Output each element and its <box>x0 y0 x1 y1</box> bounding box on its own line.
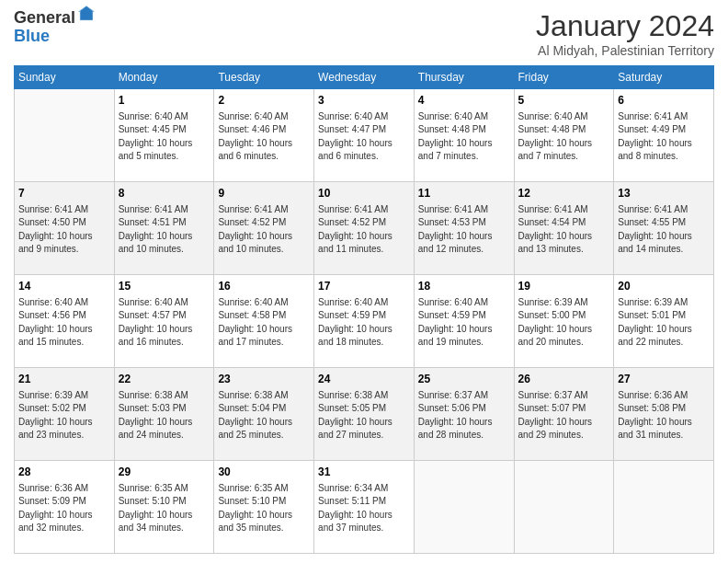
calendar-cell: 2Sunrise: 6:40 AMSunset: 4:46 PMDaylight… <box>214 89 314 182</box>
weekday-thursday: Thursday <box>414 66 514 89</box>
day-number: 12 <box>518 186 610 201</box>
day-number: 24 <box>318 372 410 387</box>
calendar-cell: 16Sunrise: 6:40 AMSunset: 4:58 PMDayligh… <box>214 275 314 368</box>
day-number: 26 <box>518 372 610 387</box>
logo-general: General <box>14 9 75 28</box>
day-info: Sunrise: 6:41 AMSunset: 4:49 PMDaylight:… <box>618 110 710 164</box>
day-number: 8 <box>119 186 210 201</box>
day-number: 28 <box>18 465 110 480</box>
day-info: Sunrise: 6:35 AMSunset: 5:10 PMDaylight:… <box>218 482 310 535</box>
day-number: 14 <box>18 279 110 294</box>
day-info: Sunrise: 6:40 AMSunset: 4:45 PMDaylight:… <box>119 110 210 164</box>
day-number: 23 <box>218 372 310 387</box>
day-info: Sunrise: 6:34 AMSunset: 5:11 PMDaylight:… <box>318 482 410 535</box>
day-info: Sunrise: 6:35 AMSunset: 5:10 PMDaylight:… <box>119 482 210 535</box>
calendar-body: 1Sunrise: 6:40 AMSunset: 4:45 PMDaylight… <box>15 89 714 554</box>
day-number: 22 <box>119 372 210 387</box>
calendar-cell: 26Sunrise: 6:37 AMSunset: 5:07 PMDayligh… <box>514 368 614 461</box>
day-number: 15 <box>119 279 210 294</box>
title-area: January 2024 Al Midyah, Palestinian Terr… <box>536 9 714 58</box>
weekday-saturday: Saturday <box>614 66 714 89</box>
day-info: Sunrise: 6:39 AMSunset: 5:00 PMDaylight:… <box>518 296 610 350</box>
day-info: Sunrise: 6:40 AMSunset: 4:59 PMDaylight:… <box>318 296 410 350</box>
weekday-wednesday: Wednesday <box>314 66 415 89</box>
calendar-week-row: 21Sunrise: 6:39 AMSunset: 5:02 PMDayligh… <box>15 368 714 461</box>
calendar-cell: 9Sunrise: 6:41 AMSunset: 4:52 PMDaylight… <box>214 182 314 275</box>
calendar-cell: 12Sunrise: 6:41 AMSunset: 4:54 PMDayligh… <box>514 182 614 275</box>
day-number: 1 <box>119 93 210 109</box>
day-number: 18 <box>418 279 510 294</box>
day-info: Sunrise: 6:41 AMSunset: 4:51 PMDaylight:… <box>119 203 210 257</box>
calendar-cell: 14Sunrise: 6:40 AMSunset: 4:56 PMDayligh… <box>15 275 115 368</box>
day-number: 3 <box>318 93 410 109</box>
day-info: Sunrise: 6:41 AMSunset: 4:55 PMDaylight:… <box>618 203 710 257</box>
calendar-cell: 7Sunrise: 6:41 AMSunset: 4:50 PMDaylight… <box>15 182 115 275</box>
day-info: Sunrise: 6:38 AMSunset: 5:03 PMDaylight:… <box>119 389 210 442</box>
weekday-header-row: Sunday Monday Tuesday Wednesday Thursday… <box>15 66 714 89</box>
weekday-friday: Friday <box>514 66 614 89</box>
logo-blue: Blue <box>14 28 75 46</box>
day-info: Sunrise: 6:41 AMSunset: 4:53 PMDaylight:… <box>418 203 510 257</box>
day-number: 7 <box>18 186 110 201</box>
calendar-week-row: 14Sunrise: 6:40 AMSunset: 4:56 PMDayligh… <box>15 275 714 368</box>
calendar-cell: 27Sunrise: 6:36 AMSunset: 5:08 PMDayligh… <box>614 368 714 461</box>
calendar-cell: 20Sunrise: 6:39 AMSunset: 5:01 PMDayligh… <box>614 275 714 368</box>
day-info: Sunrise: 6:41 AMSunset: 4:54 PMDaylight:… <box>518 203 610 257</box>
calendar-cell: 5Sunrise: 6:40 AMSunset: 4:48 PMDaylight… <box>514 89 614 182</box>
calendar-week-row: 1Sunrise: 6:40 AMSunset: 4:45 PMDaylight… <box>15 89 714 182</box>
calendar-cell: 24Sunrise: 6:38 AMSunset: 5:05 PMDayligh… <box>314 368 415 461</box>
day-number: 21 <box>18 372 110 387</box>
day-info: Sunrise: 6:40 AMSunset: 4:59 PMDaylight:… <box>418 296 510 350</box>
weekday-tuesday: Tuesday <box>214 66 314 89</box>
calendar-title: January 2024 <box>536 9 714 43</box>
calendar-table: Sunday Monday Tuesday Wednesday Thursday… <box>14 65 714 554</box>
day-number: 4 <box>418 93 510 109</box>
day-number: 20 <box>618 279 710 294</box>
day-info: Sunrise: 6:40 AMSunset: 4:48 PMDaylight:… <box>418 110 510 164</box>
day-number: 2 <box>218 93 310 109</box>
day-number: 6 <box>618 93 710 109</box>
calendar-cell: 28Sunrise: 6:36 AMSunset: 5:09 PMDayligh… <box>15 461 115 554</box>
calendar-cell: 10Sunrise: 6:41 AMSunset: 4:52 PMDayligh… <box>314 182 415 275</box>
day-info: Sunrise: 6:40 AMSunset: 4:57 PMDaylight:… <box>119 296 210 350</box>
calendar-cell: 13Sunrise: 6:41 AMSunset: 4:55 PMDayligh… <box>614 182 714 275</box>
day-info: Sunrise: 6:37 AMSunset: 5:06 PMDaylight:… <box>418 389 510 442</box>
day-info: Sunrise: 6:38 AMSunset: 5:05 PMDaylight:… <box>318 389 410 442</box>
page: General Blue January 2024 Al Midyah, Pal… <box>0 0 728 563</box>
day-number: 11 <box>418 186 510 201</box>
calendar-cell: 22Sunrise: 6:38 AMSunset: 5:03 PMDayligh… <box>114 368 214 461</box>
calendar-week-row: 7Sunrise: 6:41 AMSunset: 4:50 PMDaylight… <box>15 182 714 275</box>
calendar-cell <box>15 89 115 182</box>
calendar-cell <box>514 461 614 554</box>
header: General Blue January 2024 Al Midyah, Pal… <box>14 9 714 58</box>
calendar-cell: 30Sunrise: 6:35 AMSunset: 5:10 PMDayligh… <box>214 461 314 554</box>
day-info: Sunrise: 6:40 AMSunset: 4:56 PMDaylight:… <box>18 296 110 350</box>
day-number: 16 <box>218 279 310 294</box>
calendar-cell: 11Sunrise: 6:41 AMSunset: 4:53 PMDayligh… <box>414 182 514 275</box>
calendar-cell <box>614 461 714 554</box>
calendar-cell: 6Sunrise: 6:41 AMSunset: 4:49 PMDaylight… <box>614 89 714 182</box>
day-info: Sunrise: 6:40 AMSunset: 4:47 PMDaylight:… <box>318 110 410 164</box>
day-number: 31 <box>318 465 410 480</box>
calendar-cell: 15Sunrise: 6:40 AMSunset: 4:57 PMDayligh… <box>114 275 214 368</box>
calendar-cell: 17Sunrise: 6:40 AMSunset: 4:59 PMDayligh… <box>314 275 415 368</box>
day-number: 30 <box>218 465 310 480</box>
calendar-cell: 18Sunrise: 6:40 AMSunset: 4:59 PMDayligh… <box>414 275 514 368</box>
calendar-cell: 23Sunrise: 6:38 AMSunset: 5:04 PMDayligh… <box>214 368 314 461</box>
calendar-cell: 3Sunrise: 6:40 AMSunset: 4:47 PMDaylight… <box>314 89 415 182</box>
calendar-cell: 31Sunrise: 6:34 AMSunset: 5:11 PMDayligh… <box>314 461 415 554</box>
day-number: 29 <box>119 465 210 480</box>
logo-text: General Blue <box>14 9 75 46</box>
calendar-cell: 4Sunrise: 6:40 AMSunset: 4:48 PMDaylight… <box>414 89 514 182</box>
day-number: 10 <box>318 186 410 201</box>
weekday-monday: Monday <box>114 66 214 89</box>
calendar-cell: 25Sunrise: 6:37 AMSunset: 5:06 PMDayligh… <box>414 368 514 461</box>
calendar-week-row: 28Sunrise: 6:36 AMSunset: 5:09 PMDayligh… <box>15 461 714 554</box>
day-info: Sunrise: 6:41 AMSunset: 4:52 PMDaylight:… <box>218 203 310 257</box>
calendar-cell: 1Sunrise: 6:40 AMSunset: 4:45 PMDaylight… <box>114 89 214 182</box>
day-info: Sunrise: 6:41 AMSunset: 4:50 PMDaylight:… <box>18 203 110 257</box>
day-number: 19 <box>518 279 610 294</box>
day-info: Sunrise: 6:41 AMSunset: 4:52 PMDaylight:… <box>318 203 410 257</box>
calendar-cell: 29Sunrise: 6:35 AMSunset: 5:10 PMDayligh… <box>114 461 214 554</box>
day-info: Sunrise: 6:36 AMSunset: 5:08 PMDaylight:… <box>618 389 710 442</box>
